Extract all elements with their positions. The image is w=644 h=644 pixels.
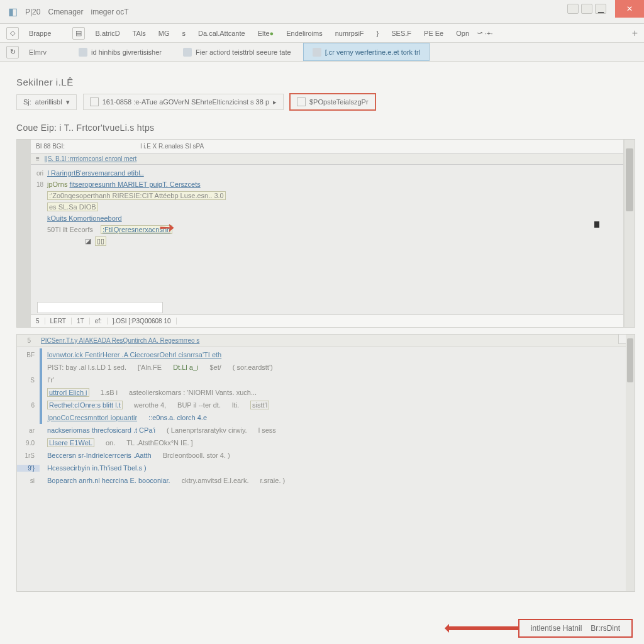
tray-icon-1[interactable] <box>567 4 579 14</box>
menu-item-4[interactable]: Da.cal.Attcante <box>193 27 250 40</box>
code-line: :'Zo0nqesoperthanh RIRESIE:CIT Attéebp L… <box>47 191 226 200</box>
thumb-icon: ◪ <box>85 237 91 245</box>
code-line: kOuits Komortioneebord <box>47 214 122 222</box>
menu-item-3[interactable]: s <box>177 27 191 40</box>
app-window: ◧ P|20 Cmenager imeger ocT ▁ ✕ ◇ Brappe … <box>0 0 644 644</box>
cursor-mark <box>594 221 599 228</box>
panel-vscrollbar[interactable] <box>626 335 635 591</box>
sub-title: Coue Eip: i T.. Frtcor'tvueLi.s htps <box>11 119 640 139</box>
menubar: ◇ Brappe ▤ B.atricD TAls MG s Da.cal.Att… <box>0 24 644 43</box>
pencil2-icon <box>297 97 306 106</box>
code-text: Dt.Ll a_i <box>173 364 198 371</box>
section-title: Sekilner i.LÊ <box>11 69 640 94</box>
code-text: BUP il --ter dt. <box>177 401 221 409</box>
editor-bottom-input[interactable] <box>37 302 163 313</box>
filter-seg1-prefix: Sj: <box>23 98 31 106</box>
filter-segment-1[interactable]: Sj: aterillisbl ▾ <box>16 94 77 110</box>
selected-gutter[interactable]: 9'} <box>17 465 40 472</box>
editor-tab-a[interactable]: BI 88 BGI: <box>36 143 65 150</box>
code-text: cktry.amvitsd E.l.eark. <box>182 477 249 484</box>
editor-subbar-text[interactable]: l|S. B.1l :rrrriornconsl enronl mert <box>45 155 137 162</box>
menubar-icon-2[interactable]: ▤ <box>72 27 85 40</box>
editor-status-row: 5 LERT 1T ef: ].OSI [:P3Q00608 10 <box>31 314 623 327</box>
menu-item-5[interactable]: Elte● <box>253 27 279 40</box>
menu-item-9[interactable]: SES.F <box>386 27 416 40</box>
editor-lines[interactable]: oriI RaringrtB'ersvemarcand etibl.. 18jp… <box>31 165 623 249</box>
filter-seg1-label: aterillisbl <box>35 98 62 106</box>
code-text: lovnwtor.ick FentirHerer .A CiecroesrOeh… <box>47 351 221 358</box>
add-tab-button[interactable]: + <box>632 28 638 39</box>
gutter: ori <box>31 170 47 177</box>
menu-item-7[interactable]: numrpsiF <box>330 27 369 40</box>
code-text: Brcleontbooll. stor 4. ) <box>163 452 230 459</box>
menu-item-0[interactable]: B.atricD <box>90 27 125 40</box>
title-part-3: imeger ocT <box>91 8 129 16</box>
menu-item-8[interactable]: } <box>372 27 384 40</box>
minimize-button[interactable]: ▁ <box>586 0 615 18</box>
filter-seg3-label: $POpsteTeialszgPr <box>309 98 369 106</box>
tab-0[interactable]: id hinhibs givrertisisher <box>69 43 171 61</box>
panel-header-name[interactable]: PICSenr.T.t.y AIAKEADA ResQuntirch AA. R… <box>41 337 199 344</box>
code-text: ::e0ns.a. clorch 4.e <box>148 414 207 421</box>
code-text: IpnoCoCrecsmnttorl iopuantir <box>47 414 137 421</box>
menu-item-11[interactable]: Opn <box>451 27 474 40</box>
filter-seg1-caret-icon: ▾ <box>66 98 70 106</box>
code-text: on. <box>106 439 115 447</box>
menubar-lead-label[interactable]: Brappe <box>24 27 56 40</box>
tab-2[interactable]: [.cr verny werfertine.e.et tork trl <box>303 43 430 61</box>
status-c3[interactable]: 1T <box>72 318 90 325</box>
code-text: $et/ <box>209 364 221 371</box>
tab-2-label: [.cr verny werfertine.e.et tork trl <box>325 48 421 56</box>
menu-item-10[interactable]: PE Ee <box>419 27 448 40</box>
code-text: nackseriomas threcfosicard .t CPa'i <box>47 426 155 434</box>
titlebar: ◧ P|20 Cmenager imeger ocT ▁ ✕ <box>0 0 644 24</box>
status-c5: ].OSI [:P3Q00608 10 <box>108 318 177 325</box>
footer-btn-label-2: Br:rsDint <box>591 624 620 633</box>
code-text: Hcessecirbyin in.Th'ised Tbel.s ) <box>47 464 147 472</box>
code-text: ( Lanenprtsraratykv cirwiy. <box>167 426 247 434</box>
tabrow-lead-icon[interactable]: ↻ <box>6 46 19 58</box>
code-line: es SL.Sa DIOB <box>47 203 98 211</box>
code-text: Llsere E1WeL <box>47 438 94 447</box>
menubar-lead-icon[interactable]: ◇ <box>6 27 19 40</box>
tab-row: ↻ Elmrv id hinhibs givrertisisher Fier a… <box>0 43 644 62</box>
inner-editor[interactable]: BI 88 BGI: l i.E X R.enales SI sPA ≡ l|S… <box>31 140 623 327</box>
pencil-icon <box>90 97 99 106</box>
tab-2-icon <box>313 48 321 57</box>
workspace: Sekilner i.LÊ Sj: aterillisbl ▾ 161-0858… <box>0 62 644 644</box>
code-text: I'r' <box>47 376 54 384</box>
code-text: TL .AtsthEOkx°N IE. ] <box>126 439 192 447</box>
menu-item-1[interactable]: TAls <box>128 27 151 40</box>
filter-segment-2[interactable]: 161-0858 :e-ATue aGOVerN SEhrteElticnzic… <box>83 94 284 110</box>
code-line: :FtilQreresnerxacnsnh <box>101 225 172 234</box>
editor-vscrollbar[interactable] <box>625 140 635 327</box>
code-text: 1.sB i <box>101 389 118 396</box>
editor-shell: ▯▯ BI 88 BGI: l i.E X R.enales SI sPA ≡ … <box>16 139 635 328</box>
tab-0-icon <box>79 48 87 57</box>
code-text: uttrorl Elich i <box>47 388 89 397</box>
footer-callout: intlentise Hatnil Br:rsDint <box>449 619 633 638</box>
tab-0-label: id hinhibs givrertisisher <box>91 48 162 56</box>
footer-btn-label-1: intlentise Hatnil <box>531 624 582 633</box>
code-text: sistt'l <box>250 401 269 409</box>
menu-item-2[interactable]: MG <box>153 27 175 40</box>
menu-item-6[interactable]: Endeliroims <box>281 27 327 40</box>
menu-item-plus-small-icon[interactable]: ·+· <box>485 30 493 37</box>
panel-lines[interactable]: BFlovnwtor.ick FentirHerer .A CiecroesrO… <box>17 347 635 488</box>
menu-item-arrow-icon[interactable]: ⤻ <box>477 29 482 37</box>
title-part-1: P|20 <box>25 8 40 16</box>
status-c1: 5 <box>31 318 45 325</box>
filter-segment-3[interactable]: $POpsteTeialszgPr <box>290 94 375 110</box>
code-text: l sess <box>258 426 276 434</box>
panel-header-gutter: 5 <box>22 337 36 344</box>
footer-button[interactable]: intlentise Hatnil Br:rsDint <box>518 619 633 638</box>
code-text: Recthel:cIOnre:s blitt l.t <box>47 401 123 409</box>
editor-tab-b[interactable]: l i.E X R.enales SI sPA <box>140 143 204 150</box>
tab-1[interactable]: Fier actiord teisttrbl seeure tate <box>174 43 301 61</box>
code-text: Bopearch anrh.nl hecrcina E. booconiar. <box>47 477 170 484</box>
editor-toptabs: BI 88 BGI: l i.E X R.enales SI sPA <box>31 140 623 153</box>
close-button[interactable]: ✕ <box>615 0 644 18</box>
tabrow-lead-label[interactable]: Elmrv <box>24 48 52 56</box>
status-c2[interactable]: LERT <box>45 318 72 325</box>
code-line: I RaringrtB'ersvemarcand etibl.. <box>47 169 144 177</box>
